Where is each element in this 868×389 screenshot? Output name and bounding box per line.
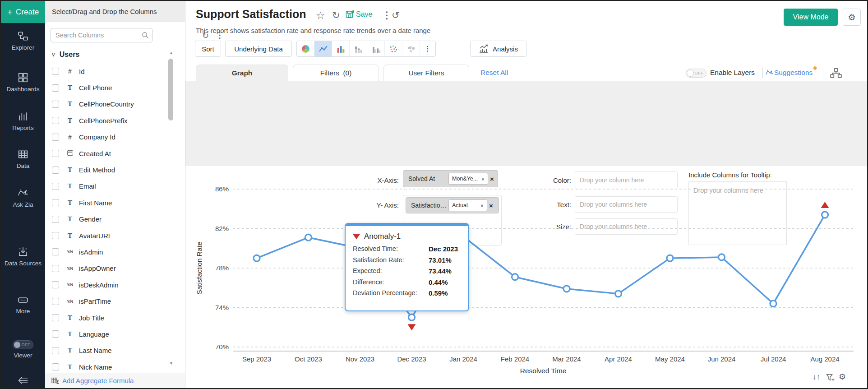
column-item[interactable]: TCellPhonePrefix [45,112,176,129]
stacked-bar-chart-icon[interactable] [350,41,367,56]
svg-text:Oct 2023: Oct 2023 [295,355,322,363]
text-type-icon: T [65,182,75,190]
underlying-data-button[interactable]: Underlying Data [225,41,292,57]
more-chart-types-icon[interactable]: ⋮ [420,41,435,56]
svg-text:82%: 82% [215,225,229,232]
sidebar-item-dashboards[interactable]: Dashboards [1,72,45,93]
collapse-sidebar-button[interactable] [1,375,45,388]
column-item[interactable]: TJob Title [45,310,176,326]
tab-filters[interactable]: Filters (0) [293,65,379,81]
column-item[interactable]: TFirst Name [45,194,176,211]
column-checkbox[interactable] [52,183,59,190]
report-description: This report shows satisfaction rate and … [196,27,430,34]
column-item[interactable]: TLanguage [45,326,176,342]
column-item[interactable]: TLast Name [45,343,176,359]
column-item[interactable]: Y/NisDeskAdmin [45,277,176,293]
column-checkbox[interactable] [52,232,59,239]
sort-button[interactable]: Sort [195,41,221,57]
column-checkbox[interactable] [52,248,59,255]
column-item[interactable]: Y/NisPartTime [45,293,176,309]
column-checkbox[interactable] [52,314,59,321]
column-checkbox[interactable] [52,281,59,288]
reset-all-link[interactable]: Reset All [480,69,508,77]
column-checkbox[interactable] [52,347,59,354]
create-button[interactable]: + Create [1,1,45,23]
view-mode-button[interactable]: View Mode [784,9,838,26]
column-checkbox[interactable] [52,68,59,75]
viewer-toggle[interactable]: OFF [13,340,33,349]
refresh-report-icon[interactable]: ↻ [332,10,340,21]
column-item[interactable]: Y/NisAppOwner [45,260,176,277]
analysis-button[interactable]: Analysis [470,41,526,57]
column-checkbox[interactable] [52,265,59,272]
svg-text:Satisfaction Rate: Satisfaction Rate [195,241,203,294]
column-item[interactable]: TEdit Method [45,162,176,178]
tooltip-row-value: Dec 2023 [429,245,461,253]
sidebar-item-more[interactable]: More [1,295,45,315]
map-chart-icon[interactable] [402,41,420,56]
column-item[interactable]: TEmail [45,178,176,194]
scroll-up-arrow[interactable]: ▲ [169,51,173,55]
column-item[interactable]: Y/NisAdmin [45,244,176,260]
line-chart-icon-selected[interactable] [314,41,332,56]
favorite-star-icon[interactable]: ☆ [316,9,325,22]
column-checkbox[interactable] [52,150,59,157]
chart-settings-gear-icon[interactable]: ⚙ [839,372,846,382]
column-item[interactable]: TCell Phone [45,79,176,96]
column-item[interactable]: #Id [45,63,176,79]
svg-text:86%: 86% [215,185,229,193]
grouped-bar-chart-icon[interactable] [367,41,385,56]
report-more-menu-icon[interactable]: ⋮ [382,10,392,21]
pie-chart-icon[interactable] [297,41,314,56]
search-columns-input[interactable] [51,28,152,42]
bar-chart-icon[interactable] [332,41,350,56]
scroll-down-arrow[interactable]: ▼ [169,361,173,366]
column-checkbox[interactable] [52,330,59,338]
sidebar-item-data[interactable]: Data [1,149,45,169]
column-checkbox[interactable] [52,117,59,124]
chart-filter-add-icon[interactable] [826,374,835,382]
app-window: + Create Explorer Dashboards Reports Dat… [0,0,868,389]
column-item[interactable]: Created At [45,145,176,162]
plus-icon: + [7,7,13,17]
anomaly-tooltip-title: Anomaly-1 [364,232,401,241]
text-type-icon: T [65,84,75,92]
chart-area: 70%74%78%82%86%Sep 2023Oct 2023Nov 2023D… [185,166,868,389]
column-checkbox[interactable] [52,199,59,206]
users-group-toggle[interactable]: ∨ Users [51,51,79,59]
sidebar-item-explorer[interactable]: Explorer [1,31,45,51]
explorer-icon [18,31,28,42]
column-checkbox[interactable] [52,134,59,141]
suggestions-link[interactable]: Suggestions [774,69,813,77]
columns-scrollbar-thumb[interactable] [168,59,173,120]
save-button[interactable]: ✱ Save [346,10,372,19]
tab-graph[interactable]: Graph [196,65,288,81]
column-item[interactable]: TCellPhoneCountry [45,96,176,112]
viewer-toggle-item[interactable]: OFF Viewer [1,340,45,359]
settings-button[interactable]: ⚙ [843,9,861,26]
chart-sort-icon[interactable]: ↓↑ [813,373,820,382]
satisfaction-line-chart: 70%74%78%82%86%Sep 2023Oct 2023Nov 2023D… [185,166,868,389]
text-type-icon: T [65,166,75,174]
sidebar-item-reports[interactable]: Reports [1,111,45,131]
column-checkbox[interactable] [52,101,59,108]
column-checkbox[interactable] [52,84,59,92]
scatter-chart-icon[interactable] [385,41,402,56]
sidebar-item-ask-zia[interactable]: Ask Zia [1,188,45,208]
add-aggregate-formula-link[interactable]: Add Aggregate Formula [62,377,134,384]
tab-user-filters[interactable]: User Filters [383,65,469,81]
sidebar-item-data-sources[interactable]: Data Sources [1,246,45,267]
svg-text:Nov 2023: Nov 2023 [346,355,374,363]
column-label: isAppOwner [79,264,116,272]
column-checkbox[interactable] [52,363,59,370]
hierarchy-view-icon[interactable] [830,68,842,79]
column-item[interactable]: TAvatarURL [45,227,176,244]
column-item[interactable]: TNick Name [45,359,176,372]
undo-icon[interactable]: ↺ [392,10,400,21]
column-checkbox[interactable] [52,167,59,174]
column-item[interactable]: #Company Id [45,129,176,145]
column-checkbox[interactable] [52,216,59,223]
enable-layers-toggle[interactable]: OFF [686,69,706,78]
column-checkbox[interactable] [52,298,59,305]
column-item[interactable]: TGender [45,211,176,227]
